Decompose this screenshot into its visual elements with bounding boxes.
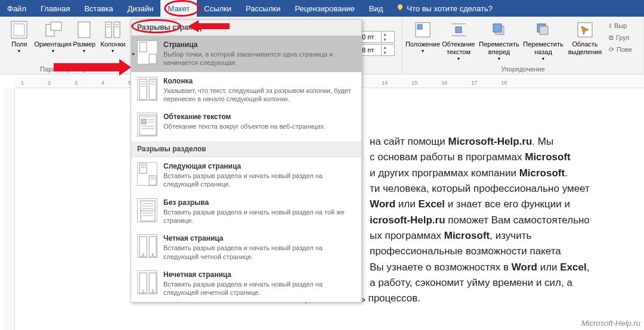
watermark: Microsoft-Help.ru	[581, 319, 640, 328]
bulb-icon	[396, 4, 404, 14]
align-button[interactable]: ⫴Выр	[609, 20, 632, 31]
align-icon: ⫴	[609, 22, 612, 30]
svg-rect-19	[493, 24, 501, 32]
svg-rect-15	[456, 27, 462, 33]
svg-rect-40	[149, 176, 156, 185]
page-break-title: Страница	[163, 41, 355, 49]
svg-text:3: 3	[151, 289, 154, 293]
odd-desc: Вставить разрыв раздела и начать новый р…	[163, 280, 355, 297]
dropdown-item-column[interactable]: КолонкаУказывает, что текст, следующий з…	[131, 72, 361, 108]
tab-links[interactable]: Ссылки	[197, 0, 239, 17]
dropdown-item-odd[interactable]: 13 Нечетная страницаВставить разрыв разд…	[131, 266, 361, 302]
position-label: Положение	[405, 41, 440, 48]
tab-home[interactable]: Главная	[33, 0, 77, 17]
orientation-icon	[44, 20, 63, 39]
wrap-button[interactable]: Обтекание текстом▾	[441, 18, 476, 62]
forward-label: Переместить вперед	[478, 41, 521, 56]
ruler-vertical[interactable]	[4, 88, 15, 330]
ribbon-tabs: Файл Главная Вставка Дизайн Макет Ссылки…	[0, 0, 644, 17]
continuous-icon	[137, 198, 157, 222]
group-icon: ⧉	[609, 34, 614, 42]
page-break-icon	[137, 41, 157, 64]
send-backward-button[interactable]: Переместить назад▾	[522, 18, 565, 62]
bring-forward-button[interactable]: Переместить вперед▾	[478, 18, 521, 62]
spin-up-icon[interactable]: ▲	[381, 45, 388, 50]
tab-mailings[interactable]: Рассылки	[239, 0, 287, 17]
dropdown-header-section-breaks: Разрывы разделов	[131, 141, 361, 157]
dropdown-item-continuous[interactable]: Без разрываВставить разрыв раздела и нач…	[131, 194, 361, 230]
spin-up-icon[interactable]: ▲	[381, 32, 388, 37]
spacing-after-input[interactable]: ▲▼	[360, 44, 395, 56]
nextpage-title: Следующая страница	[163, 162, 355, 170]
columns-label: Колонки	[100, 41, 125, 48]
orientation-button[interactable]: Ориентация▾	[36, 18, 70, 54]
svg-marker-61	[54, 59, 131, 76]
svg-rect-33	[141, 119, 146, 124]
selection-label: Область выделения	[566, 41, 604, 56]
selection-pane-button[interactable]: Область выделения	[566, 18, 604, 56]
margins-icon	[10, 20, 29, 39]
annotation-arrow-page	[54, 57, 131, 80]
textwrap-break-desc: Обтекание текста вокруг объектов на веб-…	[163, 122, 355, 130]
annotation-circle-tab	[164, 0, 200, 17]
dropdown-item-page[interactable]: СтраницаВыбор точки, в которой заканчива…	[131, 36, 361, 72]
dropdown-item-nextpage[interactable]: Следующая страницаВставить разрыв раздел…	[131, 157, 361, 194]
backward-label: Переместить назад	[522, 41, 565, 56]
textwrap-break-icon	[137, 113, 157, 136]
bring-forward-icon	[490, 20, 509, 39]
position-button[interactable]: Положение▾	[406, 18, 439, 54]
group-button[interactable]: ⧉Груп	[609, 32, 632, 43]
breaks-dropdown: Разрывы страниц СтраницаВыбор точки, в к…	[131, 19, 362, 303]
tab-view[interactable]: Вид	[362, 0, 391, 17]
margins-button[interactable]: Поля▾	[4, 18, 35, 54]
spacing-after-value[interactable]	[361, 46, 381, 54]
svg-text:4: 4	[151, 253, 154, 257]
rotate-button[interactable]: ⟳Пове	[609, 44, 632, 55]
even-desc: Вставить разрыв раздела и начать новый р…	[163, 244, 355, 261]
svg-marker-60	[188, 20, 230, 32]
svg-rect-14	[417, 24, 422, 29]
wrap-icon	[449, 20, 468, 39]
spacing-before-input[interactable]: ▲▼	[360, 31, 395, 43]
arrange-label: Упорядочение	[406, 66, 640, 74]
spacing-before-value[interactable]	[361, 33, 381, 41]
selection-icon	[575, 20, 595, 39]
svg-text:1: 1	[142, 289, 144, 293]
annotation-arrow-breaks	[188, 19, 230, 35]
nextpage-icon	[137, 162, 157, 186]
document-body-text: на сайт помощи Microsoft-Help.ru. Мы с о…	[370, 134, 641, 307]
svg-rect-23	[140, 42, 147, 52]
svg-rect-4	[78, 22, 90, 38]
size-button[interactable]: Размер▾	[71, 18, 98, 54]
svg-rect-39	[140, 164, 147, 173]
odd-icon: 13	[137, 270, 157, 294]
tab-design[interactable]: Дизайн	[120, 0, 161, 17]
size-icon	[75, 20, 94, 39]
dropdown-item-even[interactable]: 24 Четная страницаВставить разрыв раздел…	[131, 229, 361, 266]
position-icon	[413, 20, 432, 39]
svg-text:2: 2	[142, 253, 144, 257]
textwrap-break-title: Обтекание текстом	[163, 113, 355, 121]
dropdown-item-textwrap[interactable]: Обтекание текстомОбтекание текста вокруг…	[131, 108, 361, 141]
send-backward-icon	[534, 20, 553, 39]
page-break-desc: Выбор точки, в которой заканчивается одн…	[163, 50, 355, 67]
tell-me-text: Что вы хотите сделать?	[407, 4, 493, 13]
rotate-icon: ⟳	[609, 46, 614, 54]
columns-button[interactable]: Колонки▾	[99, 18, 127, 54]
svg-rect-32	[140, 115, 156, 135]
spin-down-icon[interactable]: ▼	[381, 50, 388, 55]
size-label: Размер	[73, 41, 95, 48]
nextpage-desc: Вставить разрыв раздела и начать новый р…	[163, 172, 355, 189]
tell-me[interactable]: Что вы хотите сделать?	[390, 0, 499, 17]
continuous-desc: Вставить разрыв раздела и начать новый р…	[163, 208, 355, 225]
annotation-circle-breaks	[131, 19, 181, 33]
tab-insert[interactable]: Вставка	[77, 0, 120, 17]
tab-review[interactable]: Рецензирование	[287, 0, 361, 17]
group-arrange: Положение▾ Обтекание текстом▾ Переместит…	[402, 17, 644, 74]
orientation-label: Ориентация	[35, 41, 72, 48]
svg-rect-21	[540, 26, 548, 35]
columns-icon	[103, 20, 122, 39]
continuous-title: Без разрыва	[163, 198, 355, 207]
spin-down-icon[interactable]: ▼	[381, 37, 388, 42]
tab-file[interactable]: Файл	[0, 0, 33, 17]
